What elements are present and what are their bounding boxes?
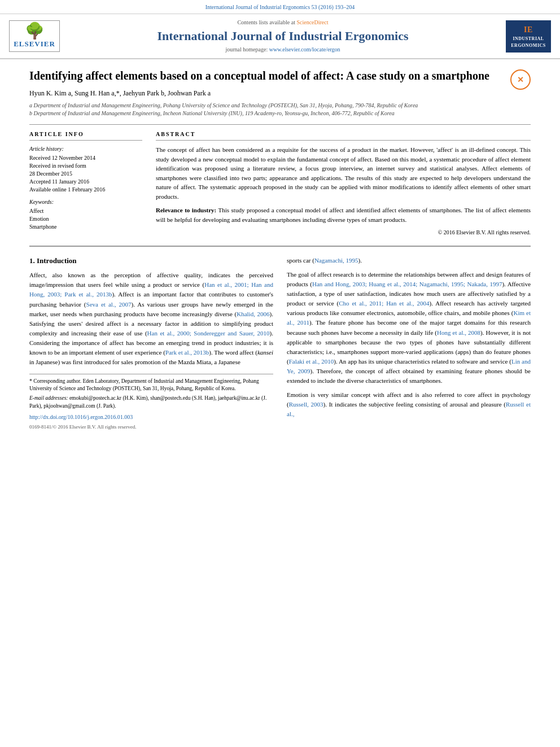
copyright-line: © 2016 Elsevier B.V. All rights reserved… — [156, 229, 531, 237]
received-revised-date: 28 December 2015 — [29, 170, 142, 178]
email-label: E-mail addresses: — [29, 395, 68, 401]
article-info-title: ARTICLE INFO — [29, 130, 142, 141]
accepted-date: Accepted 11 January 2016 — [29, 178, 142, 186]
keyword-1: Affect — [29, 207, 142, 215]
history-section: Article history: Received 12 November 20… — [29, 145, 142, 194]
intro-ref-r2[interactable]: Cho et al., 2011; Han et al., 2004 — [339, 300, 429, 307]
authors-line: Hyun K. Kim a, Sung H. Han a,*, Jaehyun … — [29, 89, 531, 98]
elsevier-tree-icon: 🌳 — [12, 23, 57, 39]
abstract-title: ABSTRACT — [156, 130, 531, 141]
sciencedirect-line: Contents lists available at ScienceDirec… — [69, 19, 497, 27]
relevance-text: Relevance to industry: This study propos… — [156, 206, 531, 224]
journal-citation-bar: International Journal of Industrial Ergo… — [0, 0, 560, 14]
keyword-2: Emotion — [29, 215, 142, 223]
crossmark-badge[interactable]: ✕ — [510, 69, 531, 90]
intro-right-para-2: Emotion is very similar concept with aff… — [287, 390, 531, 419]
intro-right-para-1: The goal of affect research is to determ… — [287, 270, 531, 386]
corresponding-author-note: * Corresponding author. Eden Laboratory,… — [29, 378, 273, 393]
relevance-label: Relevance to industry: — [156, 207, 216, 213]
journal-citation: International Journal of Industrial Ergo… — [205, 4, 355, 10]
intro-ref-nagamachi[interactable]: Nagamachi, 1995 — [314, 257, 358, 264]
section-divider — [29, 246, 531, 247]
sciencedirect-link[interactable]: ScienceDirect — [296, 19, 328, 25]
intro-ref-r1[interactable]: Han and Hong, 2003; Huang et al., 2014; … — [312, 281, 502, 287]
doi-link[interactable]: http://dx.doi.org/10.1016/j.ergon.2016.0… — [29, 413, 273, 421]
affiliations: a Department of Industrial and Managemen… — [29, 102, 531, 117]
available-online: Available online 1 February 2016 — [29, 186, 142, 194]
journal-logo-box: IE INDUSTRIAL ERGONOMICS — [506, 20, 551, 53]
intro-section-label: 1. Introduction — [29, 256, 273, 266]
intro-ref-r7[interactable]: Russell, 2003 — [289, 401, 323, 408]
intro-para-1: Affect, also known as the perception of … — [29, 270, 273, 366]
article-title-section: ✕ Identifying affect elements based on a… — [29, 68, 531, 83]
keywords-section: Keywords: Affect Emotion Smartphone — [29, 198, 142, 231]
received-revised-label: Received in revised form — [29, 162, 142, 170]
article-info: ARTICLE INFO Article history: Received 1… — [29, 130, 142, 237]
intro-ref-2[interactable]: Seva et al., 2007 — [86, 301, 132, 308]
intro-ref-r8[interactable]: Russell et al., — [287, 401, 531, 417]
journal-logo-right: IE INDUSTRIAL ERGONOMICS — [506, 20, 551, 53]
keyword-3: Smartphone — [29, 223, 142, 231]
divider — [29, 124, 531, 125]
homepage-line: journal homepage: www.elsevier.com/locat… — [69, 46, 497, 54]
keywords-label: Keywords: — [29, 198, 142, 206]
crossmark-icon: ✕ — [510, 69, 531, 90]
intro-ref-r3[interactable]: Kim et al., 2011 — [287, 309, 531, 326]
abstract-section: ABSTRACT The concept of affect has been … — [156, 130, 531, 237]
abstract-body: The concept of affect has been considere… — [156, 145, 531, 201]
elsevier-logo: 🌳 ELSEVIER — [9, 20, 60, 52]
intro-right-para-0: sports car (Nagamachi, 1995). — [287, 256, 531, 265]
article-title: Identifying affect elements based on a c… — [29, 68, 531, 83]
issn-copyright: 0169-8141/© 2016 Elsevier B.V. All right… — [29, 423, 273, 431]
intro-ref-5[interactable]: Park et al., 2013b — [165, 349, 209, 356]
homepage-link[interactable]: www.elsevier.com/locate/ergon — [269, 46, 340, 53]
email-footnote: E-mail addresses: emokubi@postech.ac.kr … — [29, 395, 273, 410]
intro-ref-4[interactable]: Han et al., 2000; Sonderegger and Sauer,… — [147, 330, 270, 337]
journal-title: International Journal of Industrial Ergo… — [69, 29, 497, 43]
footnote-section: * Corresponding author. Eden Laboratory,… — [29, 374, 273, 431]
intro-left-col: 1. Introduction Affect, also known as th… — [29, 256, 273, 430]
main-content: ✕ Identifying affect elements based on a… — [0, 59, 560, 439]
intro-right-col: sports car (Nagamachi, 1995). The goal o… — [287, 256, 531, 430]
intro-ref-r4[interactable]: Hong et al., 2008 — [437, 329, 480, 336]
elsevier-wordmark: ELSEVIER — [12, 39, 57, 49]
received-date: Received 12 November 2014 — [29, 154, 142, 162]
journal-header: 🌳 ELSEVIER Contents lists available at S… — [0, 14, 560, 59]
logo-big-text: IE — [508, 24, 549, 36]
journal-center-info: Contents lists available at ScienceDirec… — [69, 19, 497, 54]
intro-ref-1[interactable]: Han et al., 2001; Han and Hong, 2003; Pa… — [29, 281, 273, 298]
intro-ref-3[interactable]: Khalid, 2006 — [237, 311, 269, 317]
introduction-section: 1. Introduction Affect, also known as th… — [29, 256, 531, 430]
history-label: Article history: — [29, 145, 142, 153]
intro-ref-r5[interactable]: Falaki et al., 2010 — [289, 358, 334, 365]
info-abstract-section: ARTICLE INFO Article history: Received 1… — [29, 130, 531, 237]
